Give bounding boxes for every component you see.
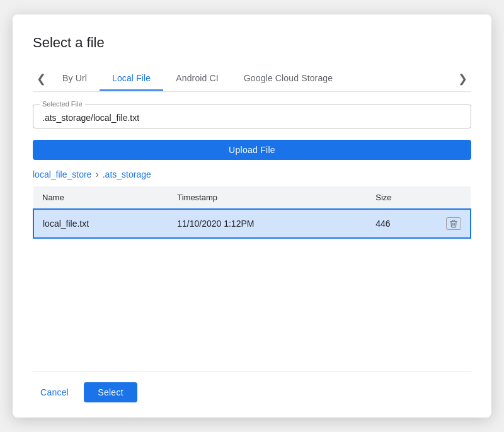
tab-android-ci[interactable]: Android CI [163,67,231,91]
cell-delete [437,209,471,238]
table-header: Name Timestamp Size [33,186,471,209]
tab-local-file[interactable]: Local File [100,67,163,91]
select-button[interactable]: Select [84,382,137,402]
cell-filename: local_file.txt [33,209,168,238]
col-header-timestamp: Timestamp [168,186,367,209]
tab-google-cloud-storage[interactable]: Google Cloud Storage [231,67,345,91]
col-header-name: Name [33,186,168,209]
col-header-delete [437,186,471,209]
tabs-list: By Url Local File Android CI Google Clou… [50,67,454,91]
tab-arrow-right[interactable]: ❯ [454,66,471,91]
table-body: local_file.txt 11/10/2020 1:12PM 446 [33,209,471,238]
selected-file-field: Selected File .ats_storage/local_file.tx… [33,105,471,128]
cell-size: 446 [367,209,437,238]
tab-by-url[interactable]: By Url [50,67,100,91]
tab-arrow-left[interactable]: ❮ [33,66,50,91]
cancel-button[interactable]: Cancel [33,382,76,402]
breadcrumb-separator: › [95,169,98,180]
delete-button[interactable] [446,217,461,230]
breadcrumb-root[interactable]: local_file_store [33,169,91,179]
tabs-container: ❮ By Url Local File Android CI Google Cl… [33,66,471,92]
file-table: Name Timestamp Size local_file.txt 11/10… [33,186,471,239]
dialog-footer: Cancel Select [33,372,471,402]
col-header-size: Size [367,186,437,209]
table-row[interactable]: local_file.txt 11/10/2020 1:12PM 446 [33,209,471,238]
breadcrumb-current[interactable]: .ats_storage [103,169,151,179]
selected-file-label: Selected File [40,100,85,108]
selected-file-value: .ats_storage/local_file.txt [42,111,462,123]
dialog-title: Select a file [33,35,471,51]
upload-file-button[interactable]: Upload File [33,140,471,160]
breadcrumb: local_file_store › .ats_storage [33,169,471,180]
select-file-dialog: Select a file ❮ By Url Local File Androi… [13,14,491,418]
cell-timestamp: 11/10/2020 1:12PM [168,209,367,238]
